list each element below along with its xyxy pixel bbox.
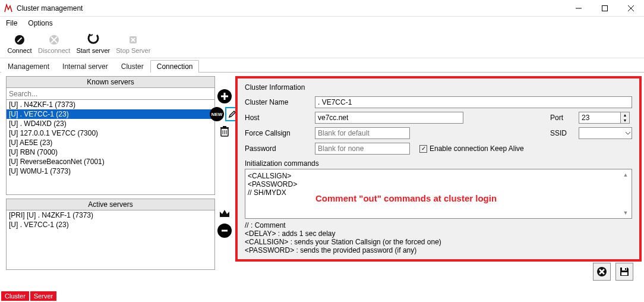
known-toolbar: NEW: [217, 76, 232, 195]
stop-server-button[interactable]: Stop Server: [113, 33, 153, 55]
scroll-up-icon[interactable]: ▲: [621, 172, 630, 178]
svg-rect-18: [220, 127, 229, 128]
known-servers-panel: Known servers [U] . N4ZKF-1 (7373)[U] . …: [6, 76, 215, 195]
known-server-item[interactable]: [U] . WD4IXD (23): [7, 119, 214, 128]
cluster-name-label: Cluster Name: [245, 98, 310, 106]
menubar: File Options: [0, 17, 644, 30]
chevron-down-icon: [626, 131, 630, 136]
active-servers-panel: Active servers [PRI] [U] . N4ZKF-1 (7373…: [6, 199, 215, 270]
port-up-icon[interactable]: ▲: [621, 112, 629, 118]
ssid-label: SSID: [550, 129, 574, 137]
crown-icon: [219, 209, 231, 218]
left-column: Known servers [U] . N4ZKF-1 (7373)[U] . …: [6, 76, 232, 288]
known-server-item[interactable]: [U] . N4ZKF-1 (7373): [7, 100, 214, 109]
known-server-item[interactable]: [U] 127.0.0.1 VE7CC (7300): [7, 128, 214, 138]
known-server-item[interactable]: [U] . VE7CC-1 (23): [7, 109, 214, 119]
init-command-line: <PASSWORD>: [248, 180, 629, 188]
active-server-item[interactable]: [U] . VE7CC-1 (23): [7, 220, 214, 229]
minimize-button[interactable]: [566, 0, 592, 17]
trash-icon: [219, 125, 230, 137]
start-server-icon: [87, 34, 99, 46]
status-bar: Cluster Server: [0, 290, 644, 302]
stop-server-label: Stop Server: [116, 47, 150, 54]
app-icon: [4, 4, 13, 13]
menu-file[interactable]: File: [6, 19, 17, 27]
init-commands-textarea[interactable]: <CALLSIGN><PASSWORD>// SH/MYDX Comment "…: [245, 169, 632, 219]
init-scrollbar[interactable]: ▲ ▼: [621, 172, 630, 216]
keepalive-label: Enable connection Keep Alive: [430, 144, 524, 153]
hint-line: <CALLSIGN> : sends your Station Callsign…: [245, 238, 632, 246]
tab-connection[interactable]: Connection: [150, 60, 200, 73]
disconnect-icon: [48, 34, 60, 46]
known-search-input[interactable]: [7, 88, 214, 100]
menu-options[interactable]: Options: [28, 19, 52, 27]
remove-active-button[interactable]: [217, 224, 232, 238]
known-server-item[interactable]: [U] W0MU-1 (7373): [7, 166, 214, 176]
close-button[interactable]: [618, 0, 644, 17]
tab-management[interactable]: Management: [1, 60, 56, 73]
maximize-button[interactable]: [592, 0, 618, 17]
connect-label: Connect: [8, 47, 32, 54]
svg-rect-19: [223, 126, 226, 127]
active-server-item[interactable]: [PRI] [U] . N4ZKF-1 (7373): [7, 210, 214, 220]
status-server[interactable]: Server: [30, 291, 56, 301]
keepalive-checkbox[interactable]: [419, 145, 427, 153]
force-callsign-label: Force Callsign: [245, 129, 310, 137]
cluster-info-group: Cluster Information Cluster Name Host Po…: [235, 76, 642, 262]
known-servers-header: Known servers: [7, 77, 214, 88]
password-input[interactable]: [315, 143, 410, 155]
disconnect-label: Disconnect: [38, 47, 70, 54]
connect-button[interactable]: Connect: [5, 33, 34, 55]
cancel-edit-button[interactable]: [593, 263, 611, 281]
init-commands-label: Initialization commands: [245, 159, 632, 168]
svg-rect-1: [602, 5, 608, 11]
active-toolbar: [217, 199, 232, 270]
connect-icon: [14, 34, 26, 46]
toolbar: Connect Disconnect Start server Stop Ser…: [0, 30, 644, 58]
tab-strip: Management Internal server Cluster Conne…: [0, 58, 644, 73]
set-primary-button[interactable]: [218, 207, 231, 220]
add-server-button[interactable]: [217, 89, 232, 103]
hint-line: <PASSWORD> : sends the provided password…: [245, 246, 632, 254]
new-badge-icon[interactable]: NEW: [210, 107, 224, 121]
cancel-icon: [596, 266, 608, 278]
start-server-label: Start server: [76, 47, 110, 54]
status-cluster[interactable]: Cluster: [1, 291, 29, 301]
cluster-info-label: Cluster Information: [245, 83, 632, 92]
known-server-item[interactable]: [U] AE5E (23): [7, 138, 214, 147]
active-servers-header: Active servers: [7, 199, 214, 210]
main-content: Known servers [U] . N4ZKF-1 (7373)[U] . …: [0, 73, 644, 290]
window-title: Cluster management: [17, 4, 566, 12]
right-panel: Cluster Information Cluster Name Host Po…: [235, 76, 642, 288]
disconnect-button[interactable]: Disconnect: [36, 33, 72, 55]
hint-line: // : Comment: [245, 221, 632, 229]
password-label: Password: [245, 144, 310, 153]
init-hints: // : Comment<DELAY> : adds 1 sec delay<C…: [245, 221, 632, 254]
port-down-icon[interactable]: ▼: [621, 118, 629, 123]
known-server-item[interactable]: [U] RBN (7000): [7, 147, 214, 157]
ssid-combo[interactable]: [579, 127, 632, 139]
save-button[interactable]: [615, 263, 633, 281]
host-input[interactable]: [315, 112, 463, 124]
stop-server-icon: [127, 34, 139, 46]
tab-internal-server[interactable]: Internal server: [56, 60, 115, 73]
port-input[interactable]: [579, 112, 620, 124]
init-command-line: <CALLSIGN>: [248, 172, 629, 180]
known-servers-list[interactable]: [U] . N4ZKF-1 (7373)[U] . VE7CC-1 (23)[U…: [7, 100, 214, 194]
titlebar: Cluster management: [0, 0, 644, 17]
active-servers-list[interactable]: [PRI] [U] . N4ZKF-1 (7373)[U] . VE7CC-1 …: [7, 210, 214, 269]
save-icon: [618, 266, 630, 278]
port-spinner[interactable]: ▲▼: [579, 112, 632, 124]
hint-line: <DELAY> : adds 1 sec delay: [245, 229, 632, 238]
start-server-button[interactable]: Start server: [74, 33, 112, 55]
host-label: Host: [245, 114, 310, 122]
scroll-down-icon[interactable]: ▼: [621, 210, 630, 216]
delete-server-button[interactable]: [218, 125, 231, 138]
force-callsign-input[interactable]: [315, 127, 410, 139]
known-server-item[interactable]: [U] ReverseBeaconNet (7001): [7, 157, 214, 166]
svg-rect-26: [621, 272, 627, 275]
tab-cluster[interactable]: Cluster: [115, 60, 150, 73]
annotation-overlay: Comment "out" commands at cluster login: [315, 193, 497, 203]
cluster-name-input[interactable]: [315, 96, 632, 108]
svg-rect-25: [625, 268, 626, 270]
